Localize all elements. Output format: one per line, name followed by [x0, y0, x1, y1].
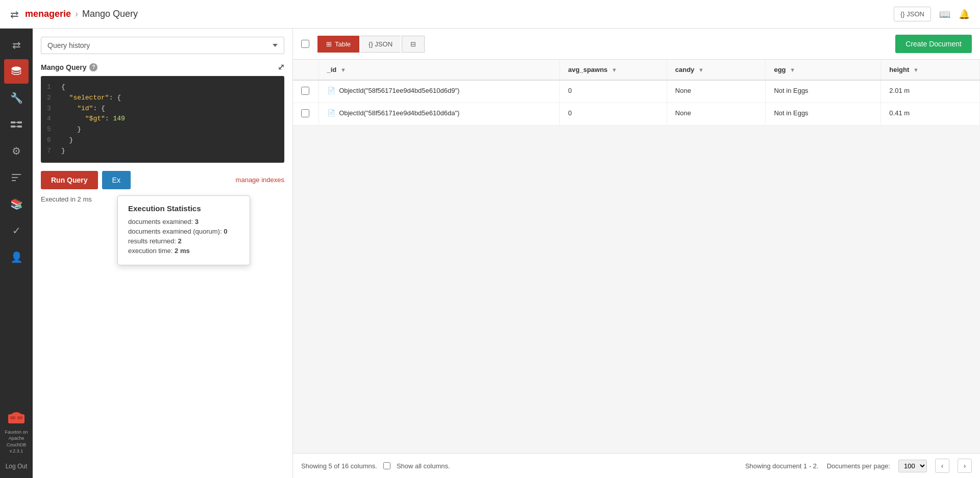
fauxton-version-text: Fauxton onApacheCouchDBv.2.3.1	[5, 429, 28, 455]
svg-rect-5	[17, 125, 22, 128]
json-header-button[interactable]: {} JSON	[894, 7, 931, 21]
row-checkbox-cell	[293, 80, 318, 103]
couchdb-logo-icon	[7, 410, 26, 428]
row-spawns-cell: 0	[560, 80, 667, 103]
icon-sidebar: ⇄ 🔧 ⚙	[0, 29, 33, 478]
query-history-select[interactable]: Query history	[41, 37, 284, 54]
sort-icon-height[interactable]: ▼	[913, 67, 919, 73]
code-line: 2 "selector": {	[47, 93, 278, 104]
sidebar-item-setup[interactable]: 🔧	[4, 86, 29, 110]
sort-icon-spawns[interactable]: ▼	[611, 67, 617, 73]
status-bar-right: Showing document 1 - 2. Documents per pa…	[745, 459, 972, 473]
th-avg-spawns[interactable]: avg_spawns ▼	[560, 60, 667, 80]
per-page-select[interactable]: 100 10 20 50	[898, 460, 927, 472]
expand-icon[interactable]: ⤢	[278, 62, 284, 72]
svg-rect-12	[10, 416, 15, 419]
results-table: _id ▼ avg_spawns ▼ candy ▼ egg	[293, 60, 980, 125]
showing-docs-text: Showing document 1 - 2.	[745, 462, 819, 470]
code-line: 1 {	[47, 82, 278, 93]
header-right: {} JSON 📖 🔔	[894, 7, 970, 21]
left-panel: Query history Mango Query ? ⤢ 1 { 2 "sel…	[33, 29, 293, 478]
sidebar-item-verify[interactable]: ✓	[4, 218, 29, 243]
status-bar: Showing 5 of 16 columns. Show all column…	[293, 453, 980, 478]
bell-icon[interactable]: 🔔	[959, 9, 970, 20]
row-egg-cell: Not in Eggs	[766, 103, 881, 125]
code-editor[interactable]: 1 { 2 "selector": { 3 "id": { 4 "$gt": 1…	[41, 76, 284, 163]
row-spawns-cell: 0	[560, 103, 667, 125]
select-all-checkbox[interactable]	[301, 40, 309, 48]
show-all-checkbox[interactable]	[383, 462, 390, 469]
code-line: 5 }	[47, 124, 278, 135]
th-checkbox	[293, 60, 318, 80]
svg-rect-13	[17, 416, 22, 419]
row-checkbox[interactable]	[301, 87, 309, 95]
sidebar-item-active-tasks[interactable]	[4, 165, 29, 190]
exec-results-returned: results returned: 2	[128, 237, 239, 245]
tab-json[interactable]: {} JSON	[360, 36, 401, 53]
code-line: 6 }	[47, 135, 278, 146]
sort-icon-egg[interactable]: ▼	[790, 67, 795, 73]
tab-table[interactable]: ⊞ Table	[317, 36, 359, 53]
status-bar-left: Showing 5 of 16 columns. Show all column…	[301, 462, 450, 470]
header-left: ⇄ menagerie › Mango Query	[10, 8, 138, 20]
row-checkbox[interactable]	[301, 109, 309, 117]
breadcrumb-page: Mango Query	[82, 9, 138, 19]
results-toolbar: ⊞ Table {} JSON ⊟ Create Document	[293, 29, 980, 60]
code-line: 3 "id": {	[47, 104, 278, 114]
table-body: 📄 ObjectId("58f56171ee9d4bd5e610d6d9") 0…	[293, 80, 980, 125]
exec-docs-examined: documents examined: 3	[128, 218, 239, 225]
th-height[interactable]: height ▼	[881, 60, 980, 80]
next-page-button[interactable]: ›	[958, 459, 972, 473]
explain-button[interactable]: Ex	[102, 171, 131, 189]
sidebar-item-docs[interactable]: 📚	[4, 192, 29, 216]
doc-icon: 📄	[327, 87, 335, 94]
sidebar-item-user[interactable]: 👤	[4, 245, 29, 269]
sort-icon-candy[interactable]: ▼	[698, 67, 704, 73]
svg-rect-2	[11, 121, 15, 123]
sort-icon-id[interactable]: ▼	[340, 67, 346, 73]
svg-rect-4	[17, 121, 22, 123]
show-all-label: Show all columns.	[397, 462, 450, 470]
help-icon[interactable]: ?	[89, 63, 97, 71]
row-id-cell: 📄 ObjectId("58f56171ee9d4bd5e610d6d9")	[318, 80, 560, 103]
results-table-container: _id ▼ avg_spawns ▼ candy ▼ egg	[293, 60, 980, 453]
main-layout: ⇄ 🔧 ⚙	[0, 29, 980, 478]
table-header: _id ▼ avg_spawns ▼ candy ▼ egg	[293, 60, 980, 80]
row-height-cell: 2.01 m	[881, 80, 980, 103]
row-egg-cell: Not in Eggs	[766, 80, 881, 103]
th-id[interactable]: _id ▼	[318, 60, 560, 80]
logout-button[interactable]: Log Out	[6, 463, 28, 470]
showing-columns-text: Showing 5 of 16 columns.	[301, 462, 377, 470]
th-candy[interactable]: candy ▼	[667, 60, 766, 80]
sidebar-item-databases[interactable]	[4, 59, 29, 84]
breadcrumb-sep: ›	[75, 9, 78, 19]
row-candy-cell: None	[667, 80, 766, 103]
create-document-button[interactable]: Create Document	[895, 35, 972, 53]
sidebar-item-replication[interactable]	[4, 112, 29, 137]
run-query-button[interactable]: Run Query	[41, 171, 98, 189]
sidebar-bottom: Fauxton onApacheCouchDBv.2.3.1 Log Out	[0, 406, 33, 478]
fauxton-logo: Fauxton onApacheCouchDBv.2.3.1	[3, 406, 30, 459]
sidebar-item-back[interactable]: ⇄	[4, 33, 29, 57]
prev-page-button[interactable]: ‹	[935, 459, 949, 473]
table-icon: ⊞	[326, 40, 332, 48]
manage-indexes-link[interactable]: manage indexes	[236, 176, 284, 184]
top-header: ⇄ menagerie › Mango Query {} JSON 📖 🔔	[0, 0, 980, 29]
back-icon[interactable]: ⇄	[10, 8, 19, 20]
breadcrumb-db[interactable]: menagerie	[25, 9, 71, 19]
th-egg[interactable]: egg ▼	[766, 60, 881, 80]
exec-docs-quorum: documents examined (quorum): 0	[128, 228, 239, 235]
tab-meta[interactable]: ⊟	[402, 36, 425, 53]
json-header-label: {} JSON	[900, 10, 924, 18]
mango-query-label: Mango Query ? ⤢	[41, 62, 284, 72]
per-page-label: Documents per page:	[827, 462, 890, 470]
table-row: 📄 ObjectId("58f56171ee9d4bd5e610d6da") 0…	[293, 103, 980, 125]
exec-stats-title: Execution Statistics	[128, 204, 239, 213]
row-id-cell: 📄 ObjectId("58f56171ee9d4bd5e610d6da")	[318, 103, 560, 125]
table-row: 📄 ObjectId("58f56171ee9d4bd5e610d6d9") 0…	[293, 80, 980, 103]
sidebar-item-config[interactable]: ⚙	[4, 139, 29, 163]
docs-icon[interactable]: 📖	[939, 9, 950, 20]
row-checkbox-cell	[293, 103, 318, 125]
exec-time: execution time: 2 ms	[128, 247, 239, 255]
row-candy-cell: None	[667, 103, 766, 125]
